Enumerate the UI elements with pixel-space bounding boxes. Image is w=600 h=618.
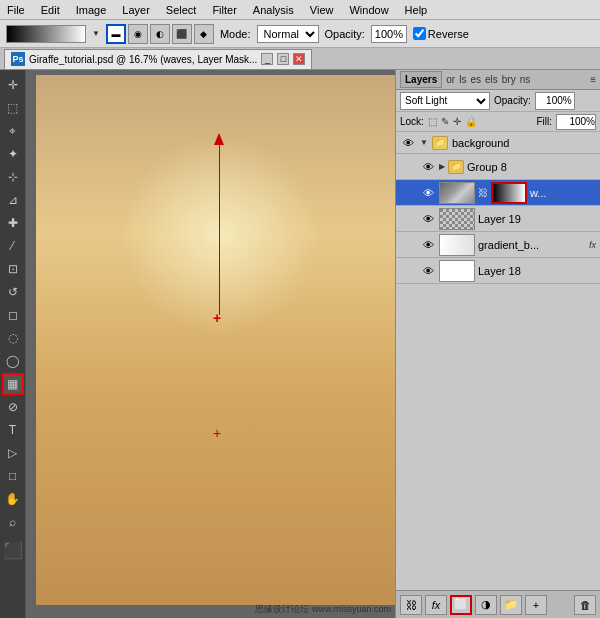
blend-mode-select[interactable]: Soft Light Normal Multiply Screen bbox=[400, 92, 490, 110]
brush-tool[interactable]: ∕ bbox=[2, 235, 24, 257]
panel-options-btn[interactable]: ≡ bbox=[590, 74, 596, 85]
gradient-linear-btn[interactable]: ▬ bbox=[106, 24, 126, 44]
gradient-reflected-btn[interactable]: ⬛ bbox=[172, 24, 192, 44]
layer-gradient-b[interactable]: 👁 gradient_b... fx bbox=[396, 232, 600, 258]
menu-bar: File Edit Image Layer Select Filter Anal… bbox=[0, 0, 600, 20]
lock-transparent-icon[interactable]: ⬚ bbox=[428, 116, 437, 127]
gradient-angle-btn[interactable]: ◐ bbox=[150, 24, 170, 44]
layer-18-name: Layer 18 bbox=[478, 265, 596, 277]
layer-expand-arrow[interactable]: ▼ bbox=[420, 138, 428, 147]
reverse-checkbox[interactable] bbox=[413, 27, 426, 40]
panel-tab-els[interactable]: els bbox=[485, 74, 498, 85]
tab-layers[interactable]: Layers bbox=[400, 71, 442, 88]
document-tab-bar: Ps Giraffe_tutorial.psd @ 16.7% (waves, … bbox=[0, 48, 600, 70]
layer-group8[interactable]: 👁 ▶ 📁 Group 8 bbox=[396, 154, 600, 180]
foreground-background-colors[interactable]: ⬛ bbox=[2, 539, 24, 561]
layer-gradient-name: gradient_b... bbox=[478, 239, 584, 251]
layer-eye-gradient[interactable]: 👁 bbox=[420, 237, 436, 253]
canvas-document[interactable]: + + bbox=[36, 75, 395, 605]
layer-gradient-thumbnail bbox=[439, 234, 475, 256]
fill-input[interactable] bbox=[556, 114, 596, 130]
panel-tab-ls[interactable]: ls bbox=[459, 74, 466, 85]
blur-tool[interactable]: ◌ bbox=[2, 327, 24, 349]
tab-close-btn[interactable]: ✕ bbox=[293, 53, 305, 65]
menu-filter[interactable]: Filter bbox=[209, 4, 239, 16]
dodge-tool[interactable]: ◯ bbox=[2, 350, 24, 372]
layer-eye-waves[interactable]: 👁 bbox=[420, 185, 436, 201]
menu-help[interactable]: Help bbox=[402, 4, 431, 16]
menu-edit[interactable]: Edit bbox=[38, 4, 63, 16]
menu-analysis[interactable]: Analysis bbox=[250, 4, 297, 16]
history-brush-tool[interactable]: ↺ bbox=[2, 281, 24, 303]
clone-stamp-tool[interactable]: ⊡ bbox=[2, 258, 24, 280]
layer-eye-group8[interactable]: 👁 bbox=[420, 159, 436, 175]
delete-layer-btn[interactable]: 🗑 bbox=[574, 595, 596, 615]
layer-19[interactable]: 👁 Layer 19 bbox=[396, 206, 600, 232]
lock-all-icon[interactable]: 🔒 bbox=[465, 116, 477, 127]
layer-background-group[interactable]: 👁 ▼ 📁 background bbox=[396, 132, 600, 154]
layer-eye-background[interactable]: 👁 bbox=[400, 135, 416, 151]
healing-brush-tool[interactable]: ✚ bbox=[2, 212, 24, 234]
layer-chain-icon: ⛓ bbox=[478, 187, 488, 198]
path-selection-tool[interactable]: ▷ bbox=[2, 442, 24, 464]
layers-list: 👁 ▼ 📁 background 👁 ▶ 📁 Group 8 👁 ⛓ bbox=[396, 132, 600, 590]
add-mask-btn[interactable]: ⬜ bbox=[450, 595, 472, 615]
lasso-tool[interactable]: ⌖ bbox=[2, 120, 24, 142]
left-toolbar: ✛ ⬚ ⌖ ✦ ⊹ ⊿ ✚ ∕ ⊡ ↺ ◻ ◌ ◯ ▦ ⊘ T ▷ □ ✋ ⌕ … bbox=[0, 70, 26, 618]
menu-select[interactable]: Select bbox=[163, 4, 200, 16]
move-tool[interactable]: ✛ bbox=[2, 74, 24, 96]
menu-image[interactable]: Image bbox=[73, 4, 110, 16]
layer-18[interactable]: 👁 Layer 18 bbox=[396, 258, 600, 284]
gradient-preview[interactable] bbox=[6, 25, 86, 43]
layer-eye-18[interactable]: 👁 bbox=[420, 263, 436, 279]
layer-style-btn[interactable]: fx bbox=[425, 595, 447, 615]
tab-maximize-btn[interactable]: □ bbox=[277, 53, 289, 65]
marquee-tool[interactable]: ⬚ bbox=[2, 97, 24, 119]
layer-group8-folder: 📁 bbox=[448, 160, 464, 174]
layer-eye-19[interactable]: 👁 bbox=[420, 211, 436, 227]
layer-opacity-input[interactable] bbox=[535, 92, 575, 110]
canvas-area: + + 思缘设计论坛 www.missyuan.com bbox=[26, 70, 395, 618]
link-layers-btn[interactable]: ⛓ bbox=[400, 595, 422, 615]
ps-icon: Ps bbox=[11, 52, 25, 66]
layer-waves[interactable]: 👁 ⛓ w... bbox=[396, 180, 600, 206]
menu-window[interactable]: Window bbox=[346, 4, 391, 16]
layer-group8-arrow[interactable]: ▶ bbox=[439, 162, 445, 171]
menu-layer[interactable]: Layer bbox=[119, 4, 153, 16]
eraser-tool[interactable]: ◻ bbox=[2, 304, 24, 326]
layer-waves-mask[interactable] bbox=[491, 182, 527, 204]
panel-tab-ns[interactable]: ns bbox=[520, 74, 531, 85]
tab-minimize-btn[interactable]: _ bbox=[261, 53, 273, 65]
lock-position-icon[interactable]: ✛ bbox=[453, 116, 461, 127]
new-layer-btn[interactable]: + bbox=[525, 595, 547, 615]
lock-pixels-icon[interactable]: ✎ bbox=[441, 116, 449, 127]
shape-tool[interactable]: □ bbox=[2, 465, 24, 487]
gradient-tool[interactable]: ▦ bbox=[2, 373, 24, 395]
crop-tool[interactable]: ⊹ bbox=[2, 166, 24, 188]
gradient-radial-btn[interactable]: ◉ bbox=[128, 24, 148, 44]
zoom-tool[interactable]: ⌕ bbox=[2, 511, 24, 533]
new-group-btn[interactable]: 📁 bbox=[500, 595, 522, 615]
menu-file[interactable]: File bbox=[4, 4, 28, 16]
layer-folder-icon: 📁 bbox=[432, 136, 448, 150]
pen-tool[interactable]: ⊘ bbox=[2, 396, 24, 418]
panel-tab-channels[interactable]: or bbox=[446, 74, 455, 85]
new-fill-layer-btn[interactable]: ◑ bbox=[475, 595, 497, 615]
layer-opacity-label: Opacity: bbox=[494, 95, 531, 106]
menu-view[interactable]: View bbox=[307, 4, 337, 16]
panel-tab-bry[interactable]: bry bbox=[502, 74, 516, 85]
layer-18-thumbnail bbox=[439, 260, 475, 282]
gradient-dropdown-arrow[interactable]: ▼ bbox=[92, 29, 100, 38]
lock-row: Lock: ⬚ ✎ ✛ 🔒 Fill: bbox=[396, 112, 600, 132]
hand-tool[interactable]: ✋ bbox=[2, 488, 24, 510]
watermark: 思缘设计论坛 www.missyuan.com bbox=[255, 603, 391, 616]
eyedropper-tool[interactable]: ⊿ bbox=[2, 189, 24, 211]
document-tab[interactable]: Ps Giraffe_tutorial.psd @ 16.7% (waves, … bbox=[4, 49, 312, 69]
layer-19-thumbnail bbox=[439, 208, 475, 230]
type-tool[interactable]: T bbox=[2, 419, 24, 441]
mode-select[interactable]: Normal bbox=[257, 25, 319, 43]
panel-tab-es[interactable]: es bbox=[470, 74, 481, 85]
gradient-diamond-btn[interactable]: ◆ bbox=[194, 24, 214, 44]
magic-wand-tool[interactable]: ✦ bbox=[2, 143, 24, 165]
opacity-input[interactable] bbox=[371, 25, 407, 43]
